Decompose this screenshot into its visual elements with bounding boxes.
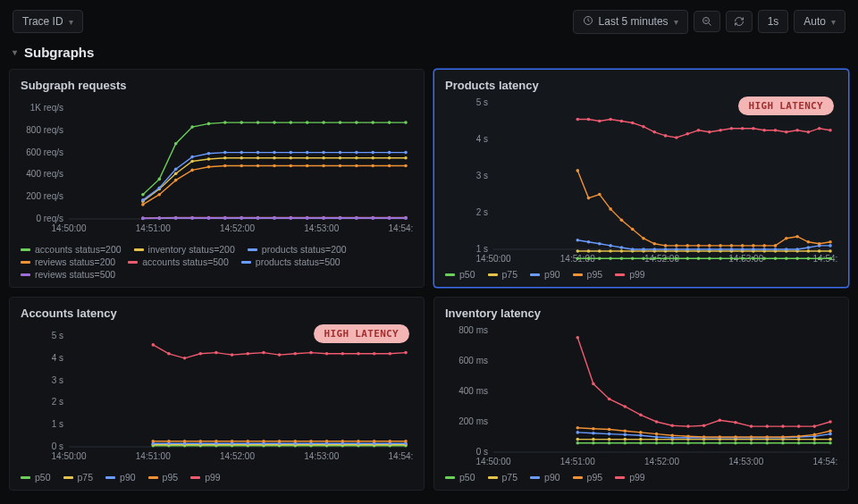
svg-text:400 req/s: 400 req/s [26,169,63,179]
panel-subgraph-requests[interactable]: Subgraph requests 1K req/s800 req/s600 r… [9,69,425,288]
svg-point-341 [373,440,376,443]
legend-item[interactable]: products status=500 [241,256,341,267]
svg-point-241 [587,118,591,122]
panel-accounts-latency[interactable]: Accounts latency HIGH LATENCY 5 s4 s3 s2… [9,297,425,491]
legend-item[interactable]: p99 [615,472,645,483]
svg-point-234 [774,244,778,248]
svg-text:14:50:00: 14:50:00 [52,223,87,233]
svg-point-327 [152,440,156,443]
zoom-out-button[interactable] [694,11,720,32]
svg-point-224 [664,244,668,248]
svg-point-195 [609,244,612,248]
svg-point-124 [273,217,276,221]
legend-item[interactable]: p50 [21,472,51,483]
svg-point-350 [247,352,250,356]
svg-point-51 [190,155,194,159]
refresh-mode[interactable]: Auto ▾ [794,10,845,33]
svg-point-252 [708,130,711,134]
svg-point-237 [807,240,811,244]
svg-text:14:50:00: 14:50:00 [476,457,511,466]
svg-point-122 [240,217,243,221]
svg-point-227 [697,244,701,248]
svg-point-349 [231,353,234,357]
svg-point-239 [829,240,832,244]
svg-point-150 [642,257,645,261]
svg-point-431 [702,435,706,439]
svg-point-353 [294,352,298,356]
svg-point-192 [576,239,580,242]
legend-item[interactable]: p90 [530,269,560,280]
svg-point-244 [620,120,624,123]
svg-point-249 [675,136,678,139]
svg-point-41 [306,156,309,160]
section-header[interactable]: ▾ Subgraphs [0,39,858,69]
svg-point-455 [813,424,817,428]
svg-text:600 req/s: 600 req/s [26,147,63,157]
svg-point-428 [655,433,659,436]
legend-item[interactable]: p90 [530,472,560,483]
legend-item[interactable]: p95 [573,472,603,483]
svg-text:14:54:00: 14:54:00 [813,457,837,466]
legend-item[interactable]: p75 [488,472,518,483]
panel-title: Inventory latency [445,307,837,320]
panel-inventory-latency[interactable]: Inventory latency 800 ms600 ms400 ms200 … [433,297,849,491]
legend-item[interactable]: accounts status=200 [21,244,122,255]
legend-item[interactable]: p95 [573,269,603,280]
refresh-button[interactable] [726,11,753,32]
legend-item[interactable]: p99 [190,472,221,483]
svg-point-65 [141,203,145,206]
svg-point-256 [752,127,755,130]
svg-point-147 [609,257,612,261]
svg-point-378 [671,441,675,445]
svg-point-359 [389,352,392,356]
svg-point-39 [273,156,276,160]
legend-item[interactable]: products status=200 [248,244,347,255]
svg-point-78 [355,164,358,168]
svg-point-235 [785,237,788,240]
svg-point-438 [813,433,817,437]
svg-text:200 ms: 200 ms [458,416,488,426]
svg-point-75 [306,164,309,168]
svg-point-347 [199,352,203,356]
svg-point-230 [730,244,734,248]
svg-point-219 [609,207,612,211]
legend-item[interactable]: p50 [445,472,475,483]
legend-item[interactable]: p90 [105,472,136,483]
svg-text:800 req/s: 800 req/s [26,125,63,135]
svg-point-19 [223,121,227,124]
svg-point-171 [609,249,612,253]
legend-item[interactable]: p95 [148,472,179,483]
time-range-picker[interactable]: Last 5 minutes ▾ [573,10,688,34]
legend-item[interactable]: p50 [445,269,475,280]
legend-item[interactable]: inventory status=200 [134,244,235,255]
svg-point-355 [325,352,329,356]
panel-products-latency[interactable]: Products latency HIGH LATENCY 5 s4 s3 s2… [433,69,849,288]
legend: p50p75p90p95p99 [445,468,837,483]
svg-point-61 [355,151,358,155]
svg-point-245 [631,122,635,125]
svg-point-30 [404,121,408,124]
refresh-interval[interactable]: 1s [758,10,789,33]
legend-item[interactable]: accounts status=500 [128,256,229,267]
chevron-down-icon: ▾ [69,17,73,27]
legend-item[interactable]: p99 [615,269,645,280]
svg-text:800 ms: 800 ms [458,325,488,335]
svg-point-157 [719,257,722,261]
svg-text:14:51:00: 14:51:00 [560,457,595,466]
svg-point-456 [829,420,832,424]
svg-point-393 [639,438,643,441]
svg-point-432 [719,435,722,439]
svg-point-225 [675,244,678,248]
svg-point-337 [309,440,313,443]
legend-item[interactable]: reviews status=500 [21,269,115,280]
svg-point-447 [686,424,690,428]
legend-item[interactable]: p75 [488,269,518,280]
svg-point-190 [818,249,821,253]
svg-point-335 [278,440,282,443]
legend-item[interactable]: reviews status=200 [21,256,115,267]
svg-point-338 [325,440,329,443]
svg-point-332 [231,440,234,443]
legend-item[interactable]: p75 [63,472,94,483]
svg-point-145 [587,257,591,261]
trace-id-dropdown[interactable]: Trace ID ▾ [13,10,83,33]
